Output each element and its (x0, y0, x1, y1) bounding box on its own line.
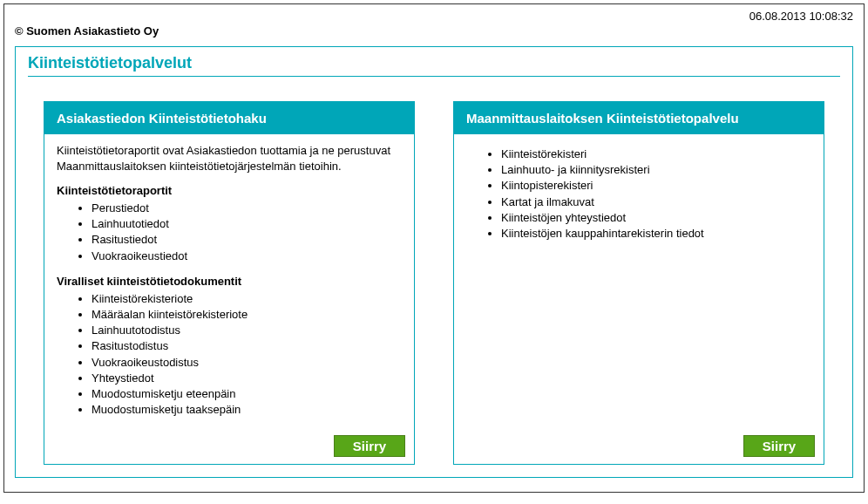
card-body-right: Kiinteistörekisteri Lainhuuto- ja kiinni… (454, 134, 824, 435)
list-item: Kartat ja ilmakuvat (501, 194, 811, 210)
list-item: Yhteystiedot (92, 371, 402, 386)
card-header-right: Maanmittauslaitoksen Kiinteistötietopalv… (454, 102, 824, 134)
go-button-left[interactable]: Siirry (334, 435, 405, 457)
card-body-left: Kiinteistötietoraportit ovat Asiakastied… (44, 134, 414, 435)
list-item: Lainhuuto- ja kiinnitysrekisteri (501, 162, 811, 178)
card-maanmittaus: Maanmittauslaitoksen Kiinteistötietopalv… (453, 101, 824, 465)
timestamp: 06.08.2013 10:08:32 (15, 10, 853, 23)
reports-list: Perustiedot Lainhuutotiedot Rasitustiedo… (57, 201, 402, 264)
list-item: Kiinteistöjen kauppahintarekisterin tied… (501, 226, 811, 242)
card-header-left: Asiakastiedon Kiinteistötietohaku (44, 102, 414, 134)
go-button-right[interactable]: Siirry (743, 435, 815, 457)
card-asiakastieto: Asiakastiedon Kiinteistötietohaku Kiinte… (44, 101, 415, 465)
list-item: Määräalan kiinteistörekisteriote (92, 307, 402, 323)
list-item: Vuokraoikeustodistus (92, 355, 402, 371)
list-item: Vuokraoikeustiedot (92, 249, 402, 264)
columns: Asiakastiedon Kiinteistötietohaku Kiinte… (28, 101, 840, 465)
list-item: Kiinteistöjen yhteystiedot (501, 210, 811, 226)
list-item: Rasitustodistus (92, 338, 402, 354)
button-row-left: Siirry (44, 435, 414, 464)
list-item: Kiintopisterekisteri (501, 178, 811, 194)
copyright: © Suomen Asiakastieto Oy (15, 24, 853, 37)
list-item: Kiinteistörekisteriote (92, 291, 402, 307)
section2-title: Viralliset kiinteistötietodokumentit (57, 275, 402, 288)
list-item: Kiinteistörekisteri (501, 146, 811, 162)
list-item: Rasitustiedot (92, 232, 402, 248)
list-item: Perustiedot (92, 201, 402, 216)
services-list: Kiinteistörekisteri Lainhuuto- ja kiinni… (466, 146, 811, 242)
page-container: 06.08.2013 10:08:32 © Suomen Asiakastiet… (3, 3, 865, 493)
list-item: Lainhuutotodistus (92, 323, 402, 338)
documents-list: Kiinteistörekisteriote Määräalan kiintei… (57, 291, 402, 419)
list-item: Lainhuutotiedot (92, 216, 402, 232)
section1-title: Kiinteistötietoraportit (57, 184, 402, 197)
page-title: Kiinteistötietopalvelut (28, 54, 840, 77)
list-item: Muodostumisketju taaksepäin (92, 402, 402, 418)
button-row-right: Siirry (454, 435, 824, 464)
list-item: Muodostumisketju eteenpäin (92, 386, 402, 402)
intro-text: Kiinteistötietoraportit ovat Asiakastied… (57, 143, 402, 174)
main-panel: Kiinteistötietopalvelut Asiakastiedon Ki… (15, 46, 853, 478)
